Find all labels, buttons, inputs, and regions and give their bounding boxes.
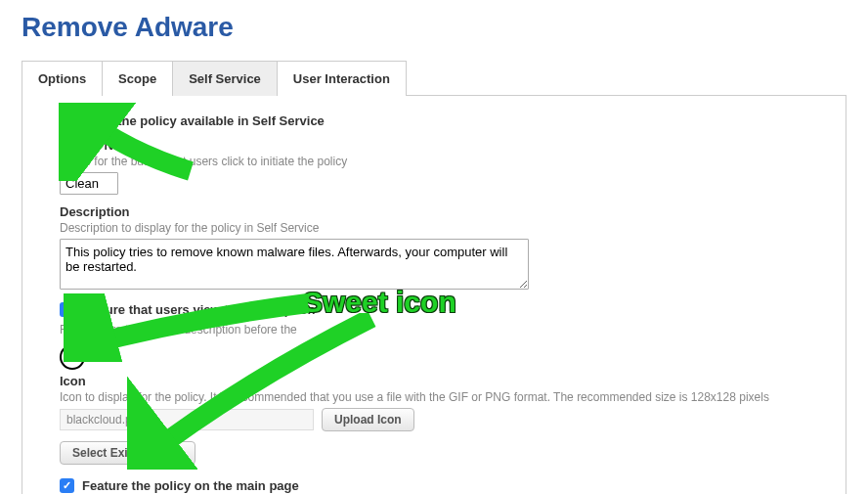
ensure-view-label: Ensure that users view the description — [82, 302, 315, 317]
feature-row: ✓ Feature the policy on the main page — [60, 478, 808, 493]
make-available-row: ✓ Make the policy available in Self Serv… — [60, 113, 808, 128]
upload-icon-button[interactable]: Upload Icon — [322, 408, 414, 431]
description-help: Description to display for the policy in… — [60, 221, 808, 235]
make-available-label: Make the policy available in Self Servic… — [82, 113, 325, 128]
page-title: Remove Adware — [0, 0, 868, 61]
icon-title: Icon — [60, 374, 808, 388]
button-name-input[interactable] — [60, 172, 118, 195]
description-title: Description — [60, 204, 808, 219]
button-name-title: Button N — [60, 138, 808, 153]
ensure-view-help: Force users to view the description befo… — [60, 323, 808, 337]
description-group: Description Description to display for t… — [60, 204, 808, 292]
select-existing-icon-button[interactable]: Select Existing Icon — [60, 441, 195, 465]
icon-filename: blackcloud.png — [60, 409, 314, 430]
button-name-group: Button N Name for the button that users … — [60, 138, 808, 195]
tab-self-service[interactable]: Self Service — [173, 61, 278, 96]
tab-scope[interactable]: Scope — [103, 61, 173, 96]
icon-group: Icon Icon to display for the policy. It … — [60, 374, 808, 465]
make-available-checkbox[interactable]: ✓ — [60, 113, 74, 128]
policy-icon — [60, 344, 85, 370]
ensure-group: ✓ Ensure that users view the description… — [60, 302, 808, 337]
tab-options[interactable]: Options — [22, 61, 103, 96]
tabs: Options Scope Self Service User Interact… — [22, 61, 846, 96]
icon-help: Icon to display for the policy. It is re… — [60, 390, 808, 404]
feature-checkbox[interactable]: ✓ — [60, 478, 74, 493]
button-name-help: Name for the button that users click to … — [60, 155, 808, 168]
feature-label: Feature the policy on the main page — [82, 478, 299, 493]
content-panel: ✓ Make the policy available in Self Serv… — [22, 96, 846, 494]
tab-user-interaction[interactable]: User Interaction — [278, 61, 407, 96]
description-input[interactable] — [60, 239, 529, 290]
ensure-view-checkbox[interactable]: ✓ — [60, 302, 74, 317]
